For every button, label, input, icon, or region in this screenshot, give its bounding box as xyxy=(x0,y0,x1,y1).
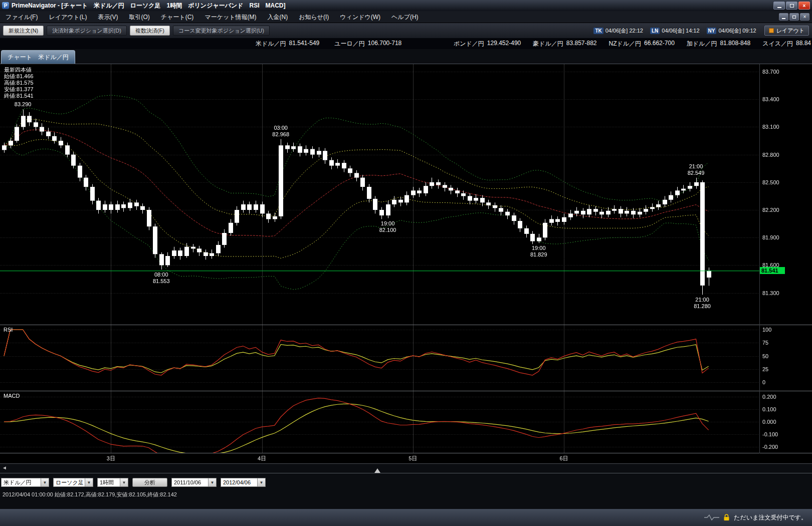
panel-separator xyxy=(0,325,812,325)
ohlc-low: 安値:81.377 xyxy=(4,86,34,93)
title-bar: P PrimeNavigator - [チャート 米ドル／円 ローソク足 1時間… xyxy=(0,0,812,11)
menu-help[interactable]: ヘルプ(H) xyxy=(386,11,424,23)
clock-tz-badge: NY xyxy=(707,28,717,34)
ohlc-high: 高値:81.575 xyxy=(4,80,34,86)
restore-icon xyxy=(792,16,796,19)
rate-cadjpy: 加ドル／円81.808-848 xyxy=(687,40,750,48)
chart-type-select[interactable]: ローソク足 ▼ xyxy=(53,478,93,487)
clock-tokyo: TK 04/06[金] 22:12 xyxy=(593,27,643,35)
close-position-select-button[interactable]: 決済対象ポジション選択(D) xyxy=(47,26,127,36)
rate-bar: 米ドル／円81.541-549 ユーロ／円106.700-718 ポンド／円12… xyxy=(0,38,812,49)
layout-grid-icon xyxy=(769,28,774,33)
menu-window[interactable]: ウィンドウ(W) xyxy=(334,11,386,23)
minimize-button[interactable] xyxy=(773,2,785,10)
interval-select[interactable]: 1時間 ▼ xyxy=(97,478,128,487)
menu-file[interactable]: ファイル(F) xyxy=(0,11,43,23)
date-axis-label: 4日 xyxy=(258,455,266,462)
pair-select[interactable]: 米ドル／円 ▼ xyxy=(1,478,49,487)
menu-trade[interactable]: 取引(O) xyxy=(124,11,155,23)
scroll-left-icon[interactable]: ◄ xyxy=(2,465,7,470)
rate-nzdjpy: NZドル／円66.662-700 xyxy=(609,40,675,48)
date-to-value: 2012/04/06 xyxy=(221,478,257,486)
rsi-axis-label: 100 xyxy=(762,327,771,333)
tab-chart-usdjpy[interactable]: チャート 米ドル／円 xyxy=(1,50,75,64)
menu-notice[interactable]: お知らせ(I) xyxy=(293,11,334,23)
menu-layout[interactable]: レイアウト(L) xyxy=(43,11,92,23)
analyze-button[interactable]: 分析 xyxy=(132,478,167,487)
lock-icon xyxy=(723,514,730,521)
minimize-icon xyxy=(782,18,785,19)
rate-eurjpy: ユーロ／円106.700-718 xyxy=(334,40,401,48)
minimize-icon xyxy=(777,7,781,8)
menu-bar: ファイル(F) レイアウト(L) 表示(V) 取引(O) チャート(C) マーケ… xyxy=(0,11,812,23)
restore-icon xyxy=(790,4,794,8)
rate-usdjpy: 米ドル／円81.541-549 xyxy=(256,40,319,48)
signal-waveform-icon xyxy=(704,514,719,520)
rsi-panel-label: RSI xyxy=(4,327,13,333)
course-change-position-select-button[interactable]: コース変更対象ポジション選択(U) xyxy=(173,26,270,36)
date-axis-label: 5日 xyxy=(409,455,417,462)
date-to-select[interactable]: 2012/04/06 ▼ xyxy=(221,478,266,487)
candlestick-chart-canvas[interactable] xyxy=(0,64,759,453)
world-clocks: TK 04/06[金] 22:12 LN 04/06[金] 14:12 NY 0… xyxy=(593,27,756,35)
status-message: ただいま注文受付中です。 xyxy=(734,513,807,522)
rsi-axis-label: 50 xyxy=(762,353,768,359)
macd-axis-label: 0.000 xyxy=(762,419,776,425)
app-icon: P xyxy=(2,2,9,9)
ohlc-open: 始値:81.466 xyxy=(4,73,34,80)
price-axis-divider xyxy=(759,64,760,453)
date-from-value: 2011/10/06 xyxy=(172,478,208,486)
macd-axis-label: -0.100 xyxy=(762,431,778,437)
tab-strip: チャート 米ドル／円 xyxy=(0,49,812,64)
restore-button[interactable] xyxy=(786,2,797,10)
menu-chart[interactable]: チャート(C) xyxy=(155,11,199,23)
price-axis-label: 82.500 xyxy=(762,179,779,185)
rsi-axis-label: 75 xyxy=(762,340,768,346)
multi-close-button[interactable]: 複数決済(F) xyxy=(130,26,170,36)
date-from-select[interactable]: 2011/10/06 ▼ xyxy=(171,478,217,487)
chart-scrollbar[interactable] xyxy=(0,473,812,473)
ohlc-title: 最新四本値 xyxy=(4,67,34,73)
price-axis-label: 82.200 xyxy=(762,207,779,213)
status-bar: ただいま注文受付中です。 xyxy=(0,509,812,526)
chevron-down-icon[interactable]: ▼ xyxy=(120,478,128,486)
child-close-button[interactable]: × xyxy=(800,13,809,21)
scrollbar-thumb[interactable] xyxy=(374,468,380,473)
macd-axis-label: 0.200 xyxy=(762,394,776,400)
chevron-down-icon[interactable]: ▼ xyxy=(257,478,265,486)
layout-button[interactable]: レイアウト xyxy=(764,26,809,36)
price-axis-label: 83.400 xyxy=(762,96,779,102)
rate-audjpy: 豪ドル／円83.857-882 xyxy=(533,40,596,48)
chevron-down-icon[interactable]: ▼ xyxy=(41,478,49,486)
price-axis-label: 83.700 xyxy=(762,69,779,75)
latest-ohlc-info: 最新四本値 始値:81.466 高値:81.575 安値:81.377 終値:8… xyxy=(4,67,34,99)
child-minimize-button[interactable] xyxy=(779,13,788,21)
chevron-down-icon[interactable]: ▼ xyxy=(85,478,93,486)
window-title: PrimeNavigator - [チャート 米ドル／円 ローソク足 1時間 ボ… xyxy=(12,2,286,10)
rsi-axis-label: 0 xyxy=(762,379,765,385)
current-price-tag: 81.541 xyxy=(760,267,785,274)
cursor-ohlc-info: 2012/04/04 01:00:00 始値:82.172,高値:82.179,… xyxy=(0,488,812,500)
menu-market-info[interactable]: マーケット情報(M) xyxy=(199,11,262,23)
clock-time: 04/06[金] 09:12 xyxy=(718,27,756,35)
panel-separator xyxy=(0,391,812,391)
ohlc-close: 終値:81.541 xyxy=(4,93,34,99)
clock-tz-badge: LN xyxy=(650,28,660,34)
macd-axis-label: 0.100 xyxy=(762,406,776,412)
rate-gbpjpy: ポンド／円129.452-490 xyxy=(454,40,521,48)
chart-region: 最新四本値 始値:81.466 高値:81.575 安値:81.377 終値:8… xyxy=(0,64,812,463)
macd-panel-label: MACD xyxy=(4,393,20,399)
rsi-axis-label: 25 xyxy=(762,366,768,372)
menu-deposit[interactable]: 入金(N) xyxy=(262,11,294,23)
new-order-button[interactable]: 新規注文(N) xyxy=(3,26,44,36)
child-restore-button[interactable] xyxy=(789,13,799,21)
clock-tz-badge: TK xyxy=(593,28,603,34)
menu-view[interactable]: 表示(V) xyxy=(93,11,124,23)
price-axis-label: 81.300 xyxy=(762,290,779,296)
panel-separator xyxy=(0,453,812,453)
date-axis-label: 3日 xyxy=(107,455,115,462)
clock-time: 04/06[金] 22:12 xyxy=(605,27,643,35)
chevron-down-icon[interactable]: ▼ xyxy=(208,478,216,486)
layout-button-label: レイアウト xyxy=(776,27,804,35)
close-button[interactable]: × xyxy=(798,2,810,10)
